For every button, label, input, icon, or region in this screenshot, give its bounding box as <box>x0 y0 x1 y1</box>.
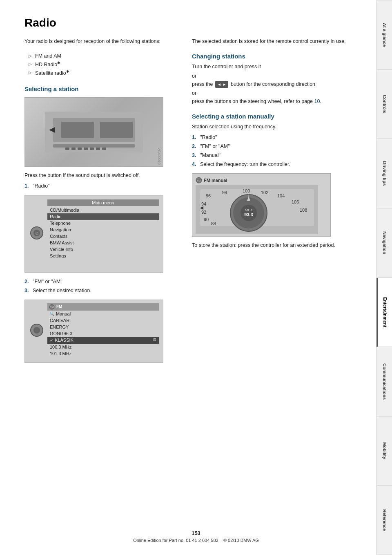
svg-text:MHz: MHz <box>245 208 253 212</box>
manual-step-2-text: "FM" or "AM" <box>200 143 230 149</box>
svg-text:88: 88 <box>211 221 216 226</box>
fm-manual-icon: FM <box>196 177 202 184</box>
sidebar-tab-navigation[interactable]: Navigation <box>376 208 392 278</box>
intro-text: Your radio is designed for reception of … <box>24 38 180 45</box>
fm-item-101: 101.3 MHz <box>47 350 159 357</box>
bullet-list: FM and AM HD Radio✱ Satellite radio✱ <box>24 52 180 77</box>
stored-text: The selected station is stored for the r… <box>192 38 360 45</box>
svg-rect-5 <box>65 148 69 150</box>
svg-rect-7 <box>78 148 82 150</box>
selecting-station-heading: Selecting a station <box>24 85 180 92</box>
svg-rect-3 <box>100 122 133 138</box>
step-3-text: Select the desired station. <box>33 288 91 293</box>
manual-step-4-text: Select the frequency: turn the controlle… <box>200 161 290 167</box>
svg-text:108: 108 <box>300 208 307 213</box>
step-1-num: 1. <box>24 182 29 190</box>
fm-item-manual: 🔍 Manual <box>47 311 159 317</box>
fm-header: FM FM <box>47 303 159 311</box>
direction-text: button for the corresponding direction <box>231 81 315 87</box>
fm-item-carivari: CARIVARI <box>47 317 159 324</box>
sidebar-tab-reference[interactable]: Reference <box>376 486 392 555</box>
menu-title: Main menu <box>47 199 159 206</box>
svg-rect-9 <box>90 148 94 150</box>
svg-text:100: 100 <box>243 188 250 193</box>
sidebar-tab-driving-tips[interactable]: Driving tips <box>376 139 392 208</box>
svg-text:104: 104 <box>277 193 285 198</box>
manual-step-2-num: 2. <box>192 142 196 150</box>
sidebar-tab-entertainment[interactable]: Entertainment <box>376 278 392 347</box>
step-1: 1. "Radio" <box>24 182 180 190</box>
hd-superscript: ✱ <box>57 61 60 65</box>
manual-steps-list: 1. "Radio" 2. "FM" or "AM" 3. "Manual" 4… <box>192 133 360 168</box>
svg-rect-2 <box>61 122 94 138</box>
footer-text: Online Edition for Part no. 01 41 2 604 … <box>133 538 259 543</box>
selecting-manually-heading: Selecting a station manually <box>192 113 360 120</box>
sidebar-tab-mobility[interactable]: Mobility <box>376 416 392 486</box>
manual-step-4-num: 4. <box>192 160 196 168</box>
fm-dial-title: FM manual <box>204 178 227 183</box>
fm-dial-svg: 96 98 100 102 104 106 108 94 92 90 88 ◄ <box>196 185 318 234</box>
fm-dial-screenshot: FM FM manual 96 98 100 102 104 106 <box>192 173 331 237</box>
arrow-left-2 <box>30 323 44 339</box>
direction-button: ◄ ► <box>215 81 229 88</box>
sidebar-tab-controls[interactable]: Controls <box>376 70 392 139</box>
caption-text: Press the button if the sound output is … <box>24 172 180 179</box>
svg-text:96: 96 <box>206 193 211 198</box>
svg-rect-10 <box>96 148 100 150</box>
manual-step-1-text: "Radio" <box>200 134 217 140</box>
svg-text:98: 98 <box>222 190 227 195</box>
fm-icon: FM <box>49 304 55 310</box>
svg-rect-11 <box>102 148 106 150</box>
car-svg <box>37 103 151 161</box>
changing-line1: Turn the controller and press it <box>192 63 360 71</box>
menu-item-contacts: Contacts <box>47 233 159 239</box>
steps-list-2: 2. "FM" or "AM" 3. Select the desired st… <box>24 278 180 295</box>
main-content: Radio Your radio is designed for recepti… <box>0 0 376 555</box>
fm-dial-header: FM FM manual <box>196 177 327 184</box>
menu-item-settings: Settings <box>47 253 159 259</box>
page-footer: 153 Online Edition for Part no. 01 41 2 … <box>133 530 259 543</box>
menu-content: Main menu CD/Multimedia Radio Telephone … <box>47 199 159 259</box>
step-3-num: 3. <box>24 286 29 295</box>
changing-line3: press the buttons on the steering wheel,… <box>192 98 360 105</box>
fm-list-content: FM FM 🔍 Manual CARIVARI ENERGY GONG96.3 … <box>47 303 159 357</box>
steering-text: press the buttons on the steering wheel,… <box>192 98 313 104</box>
svg-text:102: 102 <box>261 190 268 195</box>
car-screenshot: VC4J0019 <box>24 97 163 167</box>
step-3: 3. Select the desired station. <box>24 286 180 295</box>
sidebar-tab-communications[interactable]: Communications <box>376 347 392 416</box>
press-text: press the <box>192 81 213 87</box>
fm-list-screenshot: FM FM 🔍 Manual CARIVARI ENERGY GONG96.3 … <box>24 300 163 363</box>
step-2-text: "FM" or "AM" <box>33 279 62 284</box>
menu-item-vehicle: Vehicle Info <box>47 246 159 253</box>
page-number: 153 <box>133 530 259 536</box>
fm-item-100: 100.0 MHz <box>47 344 159 350</box>
menu-item-navigation: Navigation <box>47 226 159 233</box>
menu-item-cd: CD/Multimedia <box>47 207 159 213</box>
bullet-item-satellite: Satellite radio✱ <box>29 69 180 77</box>
menu-item-telephone: Telephone <box>47 220 159 226</box>
svg-text:93.3: 93.3 <box>244 212 253 217</box>
steps-list-1: 1. "Radio" <box>24 182 180 190</box>
sidebar-tabs: At a glanceControlsDriving tipsNavigatio… <box>376 0 392 555</box>
right-column: The selected station is stored for the r… <box>192 38 360 368</box>
svg-text:FM: FM <box>50 306 54 309</box>
manual-step-4: 4. Select the frequency: turn the contro… <box>192 160 360 168</box>
menu-item-bmw: BMW Assist <box>47 239 159 246</box>
period: . <box>320 98 321 104</box>
fm-item-klassik: ✓ KLASSIK ⊡ <box>47 337 159 344</box>
page-ref[interactable]: 10 <box>314 98 320 104</box>
sidebar-tab-at-a-glance[interactable]: At a glance <box>376 0 392 70</box>
watermark: VC4J0019 <box>157 148 161 165</box>
svg-rect-4 <box>53 144 135 148</box>
klassik-icon: ⊡ <box>153 338 156 343</box>
changing-stations-heading: Changing stations <box>192 53 360 60</box>
svg-text:106: 106 <box>292 199 299 204</box>
satellite-superscript: ✱ <box>66 69 69 74</box>
arrow-left: ⊙ <box>30 226 44 242</box>
svg-text:◄: ◄ <box>199 204 205 211</box>
svg-text:⊙: ⊙ <box>35 231 38 235</box>
svg-text:90: 90 <box>204 217 209 222</box>
step-2-num: 2. <box>24 278 29 286</box>
step-1-text: "Radio" <box>33 183 50 189</box>
